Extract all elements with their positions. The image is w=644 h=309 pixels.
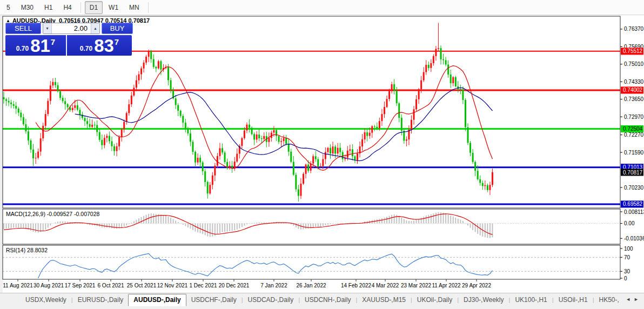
price-axis[interactable]: 0.763700.756900.750100.743300.736500.729… <box>620 26 644 207</box>
rsi-indicator-label: RSI(14) 28.8032 <box>6 247 48 253</box>
svg-text:0.70230: 0.70230 <box>624 185 644 191</box>
volume-decrease-icon[interactable]: ▼ <box>43 23 52 33</box>
chart-tab-ukoil-daily[interactable]: UKOil-,Daily <box>412 294 457 306</box>
chart-tab-audusd-daily[interactable]: AUDUSD-,Daily <box>128 294 186 306</box>
sell-price-pip-digit: 7 <box>51 37 55 46</box>
chart-tab-eurusd-daily[interactable]: EURUSD-,Daily <box>73 294 129 306</box>
svg-text:0.72504: 0.72504 <box>623 126 643 132</box>
svg-text:14 Feb 2022: 14 Feb 2022 <box>341 283 372 288</box>
sell-button[interactable]: SELL <box>5 23 41 34</box>
chart-tab-usdx-weekly[interactable]: USDX,Weekly <box>21 294 71 306</box>
chart-tab-uk100-h1[interactable]: UK100-,H1 <box>510 294 552 306</box>
svg-text:4 Mar 2022: 4 Mar 2022 <box>372 283 399 288</box>
svg-text:7 Jan 2022: 7 Jan 2022 <box>260 283 287 288</box>
svg-text:0.72270: 0.72270 <box>624 132 644 138</box>
chart-tab-usdcad-daily[interactable]: USDCAD-,Daily <box>243 294 299 306</box>
svg-text:0.74330: 0.74330 <box>624 79 644 85</box>
buy-price-button[interactable]: 0.70 83 7 <box>67 35 132 56</box>
svg-text:1 Dec 2021: 1 Dec 2021 <box>189 283 217 288</box>
panel-frames <box>3 16 620 279</box>
buy-price-big-digits: 83 <box>94 38 114 54</box>
svg-text:29 Apr 2022: 29 Apr 2022 <box>462 283 491 288</box>
chart-tab-hk50[interactable]: HK50-, <box>594 294 624 306</box>
svg-text:70: 70 <box>624 254 630 260</box>
volume-stepper: ▼ 2.00 ▲ <box>43 23 100 34</box>
svg-text:25 Oct 2021: 25 Oct 2021 <box>127 283 157 288</box>
svg-text:0.75010: 0.75010 <box>624 61 644 67</box>
tab-scroll-controls: ◄► <box>626 294 644 302</box>
horizontal-level-lines <box>3 51 620 204</box>
volume-increase-icon[interactable]: ▲ <box>91 23 99 33</box>
chart-tab-usdchf-daily[interactable]: USDCHF-,Daily <box>186 294 242 306</box>
sell-price-big-digits: 81 <box>30 38 50 54</box>
svg-text:11 Aug 2021: 11 Aug 2021 <box>3 283 33 288</box>
svg-text:0.00: 0.00 <box>624 220 635 226</box>
svg-text:0.70817: 0.70817 <box>623 170 643 176</box>
svg-text:12 Nov 2021: 12 Nov 2021 <box>157 283 188 288</box>
buy-button[interactable]: BUY <box>102 23 133 34</box>
chart-tab-xauusd-m15[interactable]: XAUUSD-,M15 <box>357 294 411 306</box>
svg-text:30: 30 <box>624 268 630 274</box>
indicator-axis: 0.0081130.00-0.01036710070300 <box>620 209 644 281</box>
svg-text:17 Sep 2021: 17 Sep 2021 <box>65 283 96 288</box>
svg-text:0.75512: 0.75512 <box>623 48 643 54</box>
svg-text:0.008113: 0.008113 <box>624 209 644 215</box>
sell-price-button[interactable]: 0.70 81 7 <box>5 35 67 56</box>
svg-text:0: 0 <box>624 276 627 281</box>
macd-indicator-label: MACD(12,26,9) -0.009527 -0.007028 <box>6 211 99 217</box>
svg-text:6 Oct 2021: 6 Oct 2021 <box>98 283 124 288</box>
svg-text:100: 100 <box>624 246 633 252</box>
svg-text:26 Jan 2022: 26 Jan 2022 <box>296 283 326 288</box>
chart-tab-usdcnh-daily[interactable]: USDCNH-,Daily <box>300 294 355 306</box>
one-click-trade-panel: SELL ▼ 2.00 ▲ BUY 0.70 81 7 0.70 83 7 <box>5 23 133 56</box>
svg-text:0.69582: 0.69582 <box>623 201 643 207</box>
buy-price-pip-digit: 7 <box>115 37 119 46</box>
rsi-layer <box>3 254 620 279</box>
sell-price-prefix: 0.70 <box>16 45 29 52</box>
svg-text:0.76370: 0.76370 <box>624 26 644 32</box>
chart-tab-dj30-weekly[interactable]: DJ30-,Weekly <box>459 294 508 306</box>
svg-text:11 Apr 2022: 11 Apr 2022 <box>432 283 461 288</box>
svg-text:-0.010367: -0.010367 <box>624 236 644 241</box>
svg-text:0.74002: 0.74002 <box>623 87 643 93</box>
tab-scroll-right-icon[interactable]: ► <box>634 297 639 302</box>
chart-tab-usoil-h1[interactable]: USOil-,H1 <box>554 294 593 306</box>
date-axis[interactable]: 11 Aug 202130 Aug 202117 Sep 20216 Oct 2… <box>3 279 491 288</box>
buy-price-prefix: 0.70 <box>80 45 92 52</box>
svg-text:0.73650: 0.73650 <box>624 96 644 102</box>
svg-text:0.72970: 0.72970 <box>624 114 644 120</box>
svg-text:20 Dec 2021: 20 Dec 2021 <box>219 283 250 288</box>
svg-text:30 Aug 2021: 30 Aug 2021 <box>33 283 64 288</box>
chart-tab-bar: USDX,Weekly|EURUSD-,DailyAUDUSD-,DailyUS… <box>0 293 644 309</box>
svg-text:23 Mar 2022: 23 Mar 2022 <box>401 283 432 288</box>
svg-text:0.71590: 0.71590 <box>624 150 644 156</box>
tab-scroll-left-icon[interactable]: ◄ <box>626 297 630 302</box>
volume-input[interactable]: 2.00 <box>52 23 91 33</box>
